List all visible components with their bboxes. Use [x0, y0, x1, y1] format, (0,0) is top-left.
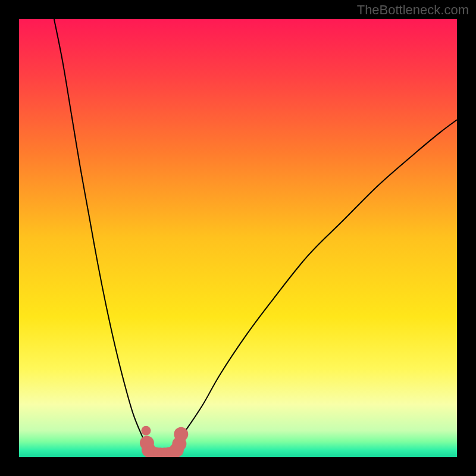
marker-dot — [174, 427, 188, 441]
marker-dot — [141, 426, 151, 436]
plot-area — [19, 19, 457, 457]
chart-svg — [19, 19, 457, 457]
gradient-background — [19, 19, 457, 457]
chart-frame: TheBottleneck.com — [0, 0, 476, 476]
watermark-text: TheBottleneck.com — [357, 2, 469, 18]
